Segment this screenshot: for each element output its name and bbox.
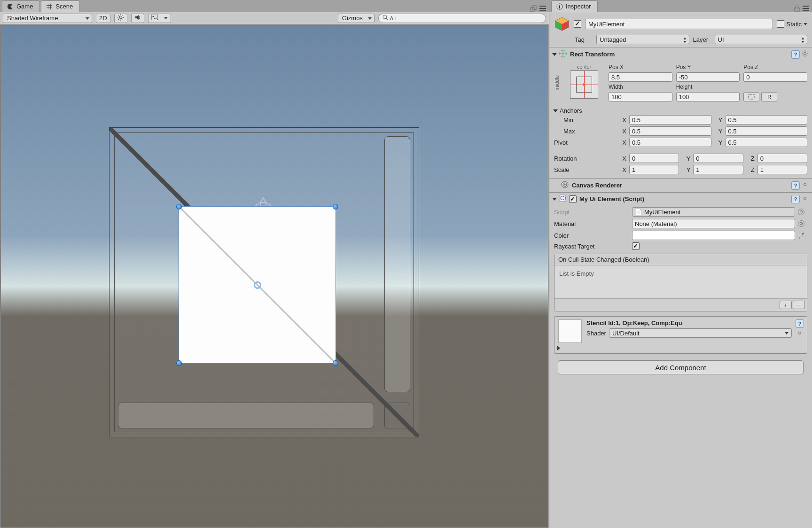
posx-field[interactable] <box>609 72 672 82</box>
anchors-label: Anchors <box>560 107 582 114</box>
view-tabbar: Game Scene <box>0 0 549 12</box>
layer-value: UI <box>718 36 724 43</box>
pivot-handle[interactable] <box>254 281 261 289</box>
rotation-z-field[interactable] <box>757 154 807 163</box>
blueprint-mode-button[interactable] <box>743 92 759 101</box>
panel-menu-icon[interactable] <box>803 6 809 11</box>
anchor-min-y-field[interactable] <box>726 115 808 124</box>
anchor-preset-button[interactable]: center <box>564 64 604 101</box>
material-foldout-icon[interactable] <box>557 346 560 350</box>
object-picker-icon[interactable]: ⊙ <box>798 209 804 215</box>
static-toggle[interactable]: Static <box>777 20 807 28</box>
material-preview-icon <box>558 319 582 343</box>
search-prefix: All <box>390 16 396 21</box>
layer-dropdown[interactable]: UI▴▾ <box>715 35 808 44</box>
resize-handle-tr[interactable] <box>333 204 338 210</box>
pivot-y-field[interactable] <box>726 138 808 147</box>
tab-scene[interactable]: Scene <box>41 0 80 12</box>
svg-line-14 <box>386 18 388 20</box>
event-empty-label: List is Empty <box>554 265 807 298</box>
speaker-icon <box>134 14 141 22</box>
anchor-max-y-field[interactable] <box>726 126 808 136</box>
scale-x-field[interactable] <box>629 165 679 174</box>
lock-icon[interactable] <box>794 5 800 12</box>
material-field[interactable]: None (Material) <box>632 219 795 228</box>
shading-mode-dropdown[interactable]: Shaded Wireframe <box>3 14 92 23</box>
scene-search[interactable]: All <box>378 14 546 23</box>
event-remove-button[interactable]: − <box>793 301 805 309</box>
width-field[interactable] <box>609 92 672 101</box>
pacman-icon <box>7 3 14 10</box>
static-dropdown-icon[interactable] <box>804 23 807 25</box>
inspector-title: Inspector <box>566 3 591 10</box>
tabbar-right <box>530 5 549 12</box>
csharp-script-icon: C# <box>559 194 566 203</box>
static-label: Static <box>786 21 802 28</box>
color-field[interactable] <box>632 231 795 240</box>
width-label: Width <box>609 84 672 90</box>
gameobject-name-field[interactable] <box>585 19 773 29</box>
anchors-foldout-icon[interactable] <box>553 109 558 112</box>
foldout-icon[interactable] <box>552 53 557 56</box>
tab-inspector[interactable]: Inspector <box>551 0 598 12</box>
popout-icon[interactable] <box>530 5 537 12</box>
script-enabled-checkbox[interactable] <box>569 195 577 203</box>
help-icon[interactable]: ? <box>796 319 804 328</box>
height-field[interactable] <box>676 92 740 101</box>
audio-toggle-button[interactable] <box>131 14 144 23</box>
posy-label: Pos Y <box>676 64 740 70</box>
scale-y-field[interactable] <box>693 165 743 174</box>
eyedropper-icon[interactable] <box>798 231 807 240</box>
raycast-checkbox[interactable] <box>632 242 640 250</box>
help-icon[interactable]: ? <box>791 50 800 59</box>
event-add-button[interactable]: + <box>780 301 792 309</box>
gear-icon[interactable] <box>802 181 808 189</box>
anchor-preset-h-label: center <box>577 64 592 70</box>
gear-icon[interactable] <box>796 330 803 338</box>
svg-point-23 <box>804 53 806 55</box>
help-icon[interactable]: ? <box>791 195 800 203</box>
anchor-max-x-field[interactable] <box>629 126 711 136</box>
resize-handle-br[interactable] <box>333 360 338 366</box>
scale-label: Scale <box>554 166 615 173</box>
anchor-max-label: Max <box>554 128 615 135</box>
svg-line-7 <box>118 15 119 16</box>
raw-edit-button[interactable]: R <box>761 92 777 101</box>
scene-viewport[interactable] <box>0 25 548 528</box>
tab-menu-icon[interactable] <box>539 6 546 11</box>
lighting-toggle-button[interactable] <box>114 14 127 23</box>
resize-handle-bl[interactable] <box>176 360 182 366</box>
add-component-button[interactable]: Add Component <box>558 360 804 374</box>
gameobject-cube-icon[interactable] <box>554 16 570 32</box>
shader-dropdown[interactable]: UI/Default <box>609 328 792 338</box>
script-title: My Ui Element (Script) <box>579 195 789 202</box>
foldout-icon[interactable] <box>552 198 557 201</box>
resize-handle-tl[interactable] <box>176 204 182 210</box>
event-header: On Cull State Changed (Boolean) <box>554 254 807 265</box>
svg-line-28 <box>803 51 804 52</box>
scene-toolbar: Shaded Wireframe 2D Gizmos All <box>0 12 549 24</box>
rotation-y-field[interactable] <box>693 154 743 163</box>
svg-text:C#: C# <box>560 194 566 202</box>
pivot-x-field[interactable] <box>629 138 711 147</box>
help-icon[interactable]: ? <box>791 181 800 190</box>
scale-z-field[interactable] <box>757 165 807 174</box>
anchor-min-label: Min <box>554 116 615 124</box>
fx-dropdown[interactable] <box>148 14 171 23</box>
selected-rect[interactable] <box>179 206 336 364</box>
gizmos-dropdown[interactable]: Gizmos <box>338 14 375 23</box>
gear-icon[interactable] <box>802 50 808 58</box>
posy-field[interactable] <box>676 72 740 82</box>
anchor-min-x-field[interactable] <box>629 115 711 124</box>
static-checkbox[interactable] <box>777 20 784 28</box>
scrollbar-horizontal-wireframe <box>118 403 374 428</box>
gameobject-enabled-checkbox[interactable] <box>574 20 581 28</box>
scene-search-input[interactable] <box>398 15 542 22</box>
posz-field[interactable] <box>743 72 807 82</box>
tag-dropdown[interactable]: Untagged▴▾ <box>596 35 689 44</box>
toggle-2d-button[interactable]: 2D <box>96 14 110 23</box>
rotation-x-field[interactable] <box>629 154 679 163</box>
tab-game[interactable]: Game <box>2 0 40 12</box>
gear-icon[interactable] <box>802 195 808 203</box>
object-picker-icon[interactable]: ⊙ <box>798 220 804 227</box>
